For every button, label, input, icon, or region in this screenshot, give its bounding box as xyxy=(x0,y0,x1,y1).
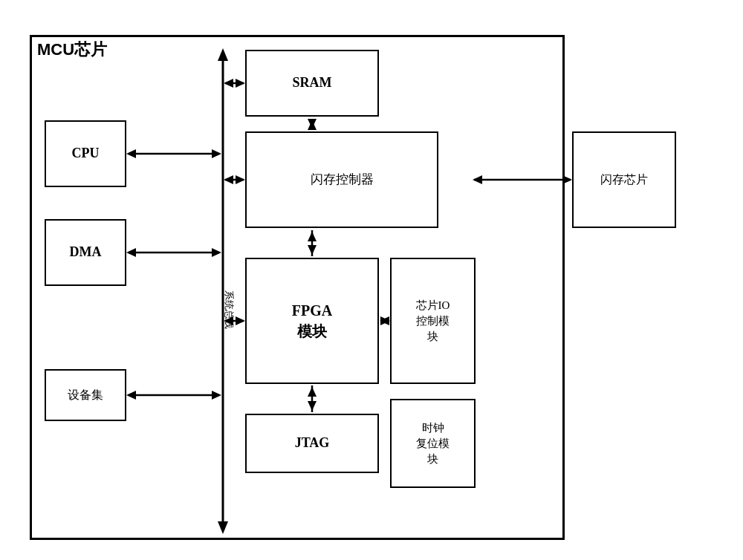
io-ctrl-block: 芯片IO 控制模 块 xyxy=(390,258,476,384)
diagram-container: MCU芯片 系统总线 xyxy=(15,13,728,547)
clock-reset-block: 时钟 复位模 块 xyxy=(390,399,476,488)
mcu-label: MCU芯片 xyxy=(37,39,107,61)
sram-block: SRAM xyxy=(245,50,379,117)
cpu-block: CPU xyxy=(45,120,126,187)
device-block: 设备集 xyxy=(45,369,126,421)
fpga-block: FPGA 模块 xyxy=(245,258,379,384)
flash-chip-block: 闪存芯片 xyxy=(572,131,676,228)
flash-ctrl-block: 闪存控制器 xyxy=(245,131,438,228)
dma-block: DMA xyxy=(45,219,126,286)
jtag-block: JTAG xyxy=(245,414,379,473)
